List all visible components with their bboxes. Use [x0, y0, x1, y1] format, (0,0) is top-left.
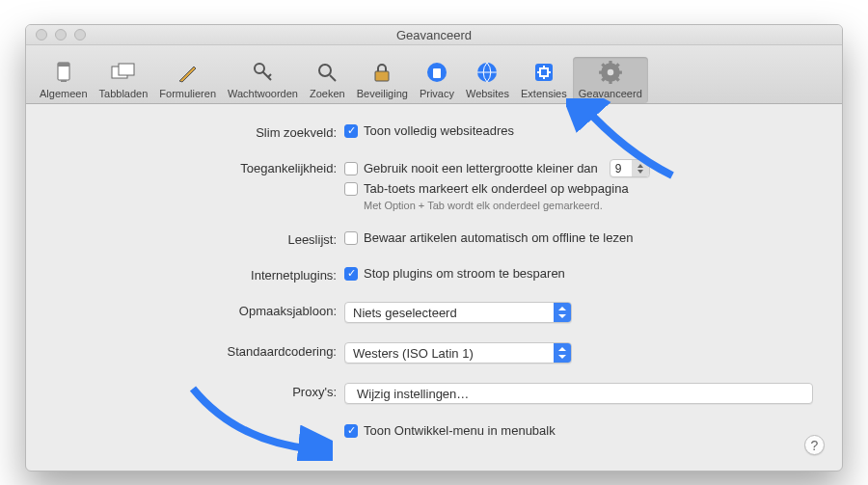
tab-label: Websites — [466, 88, 509, 99]
checkbox-icon — [344, 124, 358, 138]
option-label: Toon volledig websiteadres — [364, 123, 514, 138]
option-label: Stop plugins om stroom te besparen — [364, 266, 565, 281]
dropdown-arrows-icon — [554, 303, 571, 322]
svg-point-6 — [319, 65, 331, 76]
tab-general[interactable]: Algemeen — [34, 57, 94, 103]
window-title: Geavanceerd — [26, 28, 842, 42]
option-label: Tab-toets markeert elk onderdeel op webp… — [364, 181, 629, 196]
label-encoding: Standaardcodering: — [55, 342, 344, 359]
tabs-icon — [110, 59, 137, 86]
help-button[interactable]: ? — [804, 435, 825, 455]
label-smart-search: Slim zoekveld: — [55, 123, 344, 140]
encoding-select[interactable]: Westers (ISO Latin 1) — [344, 342, 572, 364]
checkbox-icon — [344, 162, 358, 175]
label-plugins: Internetplugins: — [55, 266, 344, 283]
option-label: Bewaar artikelen automatisch om offline … — [364, 230, 633, 245]
select-value: 9 — [615, 162, 622, 175]
label-accessibility: Toegankelijkheid: — [55, 159, 344, 175]
svg-rect-2 — [61, 80, 67, 82]
tab-security[interactable]: Beveiliging — [351, 57, 414, 103]
svg-rect-9 — [433, 68, 441, 78]
label-proxies: Proxy's: — [55, 383, 344, 399]
checkbox-icon — [344, 424, 358, 438]
globe-icon — [474, 59, 501, 86]
tab-tabs[interactable]: Tabbladen — [94, 57, 154, 103]
stepper-arrows-icon — [632, 160, 649, 176]
zoom-icon[interactable] — [74, 29, 86, 40]
option-label: Gebruik nooit een lettergrootte kleiner … — [364, 161, 598, 175]
develop-menu-option[interactable]: Toon Ontwikkel-menu in menubalk — [344, 423, 813, 438]
key-icon — [250, 59, 277, 86]
minimize-icon[interactable] — [55, 29, 67, 40]
select-value: Westers (ISO Latin 1) — [353, 346, 474, 361]
preferences-window: Geavanceerd Algemeen Tabbladen Formulier… — [25, 24, 843, 472]
svg-rect-4 — [119, 64, 134, 75]
tab-search[interactable]: Zoeken — [304, 57, 351, 103]
privacy-icon — [423, 59, 450, 86]
tab-label: Algemeen — [40, 88, 88, 99]
dropdown-arrows-icon — [554, 343, 571, 363]
checkbox-icon — [344, 267, 358, 281]
tab-label: Formulieren — [159, 88, 216, 99]
label-reading-list: Leeslijst: — [55, 230, 344, 247]
select-value: Niets geselecteerd — [353, 306, 457, 320]
tab-advanced[interactable]: Geavanceerd — [573, 57, 648, 103]
checkbox-icon — [344, 231, 358, 245]
tab-forms[interactable]: Formulieren — [153, 57, 222, 103]
tab-hint: Met Option + Tab wordt elk onderdeel gem… — [344, 200, 813, 211]
tab-extensions[interactable]: Extensies — [515, 57, 573, 103]
min-font-size-option[interactable]: Gebruik nooit een lettergrootte kleiner … — [344, 159, 813, 177]
svg-rect-1 — [58, 63, 69, 67]
tab-websites[interactable]: Websites — [460, 57, 515, 103]
stop-plugins-option[interactable]: Stop plugins om stroom te besparen — [344, 266, 813, 281]
general-icon — [50, 59, 77, 86]
forms-icon — [175, 59, 202, 86]
svg-point-13 — [607, 69, 613, 76]
tab-label: Privacy — [420, 88, 454, 99]
titlebar: Geavanceerd — [26, 25, 842, 45]
preferences-toolbar: Algemeen Tabbladen Formulieren Wachtwoor… — [26, 45, 842, 104]
button-label: Wijzig instellingen… — [357, 387, 469, 401]
show-full-url-option[interactable]: Toon volledig websiteadres — [344, 123, 813, 138]
search-icon — [313, 59, 340, 86]
tab-passwords[interactable]: Wachtwoorden — [222, 57, 304, 103]
option-label: Toon Ontwikkel-menu in menubalk — [364, 423, 556, 438]
tab-privacy[interactable]: Privacy — [414, 57, 460, 103]
font-size-select[interactable]: 9 — [610, 159, 650, 177]
tab-label: Geavanceerd — [579, 88, 642, 99]
preferences-content: Slim zoekveld: Toon volledig websiteadre… — [26, 104, 842, 471]
stylesheet-select[interactable]: Niets geselecteerd — [344, 302, 572, 323]
tab-label: Wachtwoorden — [228, 88, 298, 99]
tab-label: Beveiliging — [357, 88, 408, 99]
tab-highlights-option[interactable]: Tab-toets markeert elk onderdeel op webp… — [344, 181, 813, 196]
tab-label: Tabbladen — [99, 88, 149, 99]
tab-label: Zoeken — [310, 88, 345, 99]
close-icon[interactable] — [36, 29, 47, 40]
save-offline-option[interactable]: Bewaar artikelen automatisch om offline … — [344, 230, 813, 245]
window-controls — [26, 29, 86, 40]
lock-icon — [368, 59, 395, 86]
checkbox-icon — [344, 182, 358, 196]
svg-rect-7 — [375, 71, 389, 81]
help-icon: ? — [811, 438, 819, 453]
change-proxies-button[interactable]: Wijzig instellingen… — [344, 383, 813, 404]
gear-icon — [597, 59, 624, 86]
label-stylesheet: Opmaaksjabloon: — [55, 302, 344, 318]
tab-label: Extensies — [521, 88, 567, 99]
extensions-icon — [530, 59, 557, 86]
